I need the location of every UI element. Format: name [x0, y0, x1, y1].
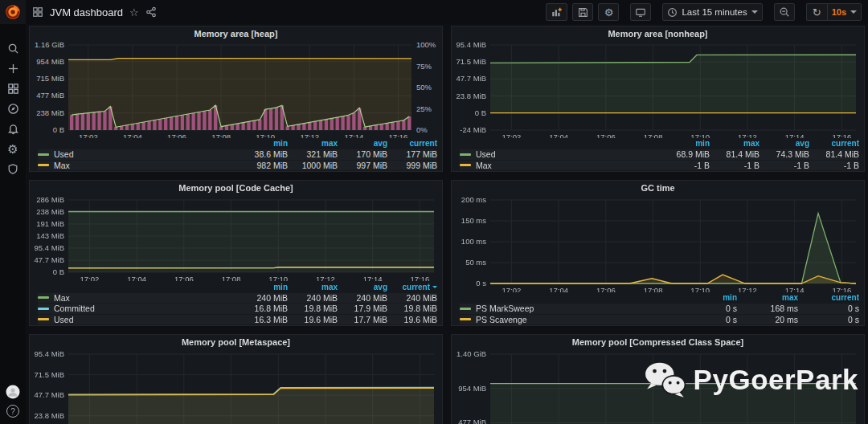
- panel-title[interactable]: GC time: [452, 181, 864, 194]
- nonheap-legend: minmaxavgcurrentUsed68.9 MiB81.4 MiB74.3…: [452, 138, 864, 172]
- svg-text:0%: 0%: [416, 125, 428, 134]
- legend-row: Committed16.8 MiB19.8 MiB17.9 MiB19.8 Mi…: [38, 304, 437, 314]
- legend-column-min[interactable]: min: [676, 293, 737, 302]
- panel-title[interactable]: Memory area [nonheap]: [452, 26, 864, 39]
- legend-value: 19.6 MiB: [387, 315, 437, 324]
- legend-column-avg[interactable]: avg: [338, 139, 387, 148]
- panel-title[interactable]: Memory pool [Code Cache]: [30, 181, 442, 194]
- legend-value: 168 ms: [737, 304, 798, 313]
- legend-series-label[interactable]: Used: [460, 149, 660, 159]
- panel-metaspace: Memory pool [Metaspace] -24 MiB0 B23.8 M…: [29, 334, 443, 424]
- legend-value: 240 MiB: [238, 293, 288, 303]
- legend-value: 240 MiB: [338, 293, 387, 303]
- series-color-swatch: [38, 296, 49, 299]
- legend-value: 19.8 MiB: [288, 304, 338, 313]
- legend-column-avg[interactable]: avg: [338, 283, 387, 292]
- svg-text:17:08: 17:08: [222, 275, 241, 281]
- configuration-gear-icon[interactable]: ⚙: [3, 142, 23, 155]
- svg-text:0 B: 0 B: [53, 125, 64, 134]
- legend-series-label[interactable]: Used: [38, 315, 238, 324]
- zoom-out-icon: [779, 6, 790, 18]
- time-range-picker[interactable]: Last 15 minutes: [662, 3, 762, 21]
- legend-value: 0 s: [798, 304, 859, 313]
- share-icon[interactable]: [145, 6, 157, 18]
- svg-text:715 MiB: 715 MiB: [36, 75, 64, 84]
- svg-text:200 ms: 200 ms: [461, 195, 486, 204]
- svg-text:238 MiB: 238 MiB: [36, 207, 64, 216]
- legend-value: 17.7 MiB: [338, 315, 387, 324]
- legend-value: 20 ms: [737, 315, 798, 324]
- panel-title[interactable]: Memory pool [Compressed Class Space]: [452, 335, 864, 349]
- admin-shield-icon[interactable]: [3, 162, 23, 175]
- help-icon[interactable]: ?: [6, 405, 19, 418]
- explore-compass-icon[interactable]: [3, 102, 23, 115]
- legend-row: Max982 MiB1000 MiB997 MiB999 MiB: [38, 161, 437, 171]
- legend-value: 16.3 MiB: [238, 315, 288, 324]
- legend-column-current[interactable]: current: [798, 293, 859, 302]
- legend-row: Max240 MiB240 MiB240 MiB240 MiB: [38, 293, 437, 304]
- svg-text:17:14: 17:14: [363, 275, 383, 281]
- legend-column-max[interactable]: max: [710, 139, 760, 148]
- nonheap-chart[interactable]: -24 MiB0 B23.8 MiB47.7 MiB71.5 MiB95.4 M…: [452, 39, 864, 137]
- heap-chart[interactable]: 0 B238 MiB477 MiB715 MiB954 MiB1.16 GiB1…: [30, 39, 442, 137]
- legend-value: 997 MiB: [338, 161, 387, 170]
- time-range-label: Last 15 minutes: [682, 7, 747, 17]
- legend-column-min[interactable]: min: [238, 139, 288, 148]
- legend-series-label[interactable]: PS Scavenge: [460, 315, 676, 324]
- save-dashboard-button[interactable]: [572, 3, 593, 21]
- panel-title[interactable]: Memory pool [Metaspace]: [30, 335, 442, 349]
- legend-column-current[interactable]: current: [809, 139, 859, 148]
- create-plus-icon[interactable]: [3, 62, 23, 75]
- legend-series-label[interactable]: Max: [38, 293, 238, 303]
- panel-memory-nonheap: Memory area [nonheap] -24 MiB0 B23.8 MiB…: [451, 26, 865, 172]
- series-color-swatch: [38, 308, 49, 310]
- dashboard-settings-button[interactable]: ⚙: [598, 3, 619, 21]
- dashboard-title[interactable]: JVM dashboard: [50, 6, 123, 18]
- cycle-view-button[interactable]: [630, 3, 651, 21]
- legend-value: -1 B: [660, 161, 710, 170]
- legend-series-label[interactable]: Max: [460, 161, 660, 170]
- legend-column-max[interactable]: max: [288, 283, 338, 292]
- svg-text:17:04: 17:04: [549, 286, 568, 292]
- zoom-out-button[interactable]: [774, 3, 795, 21]
- search-icon[interactable]: [3, 42, 23, 55]
- star-icon[interactable]: ☆: [129, 7, 139, 18]
- svg-text:95.4 MiB: 95.4 MiB: [35, 349, 65, 358]
- legend-column-current[interactable]: current: [387, 283, 437, 292]
- legend-series-label[interactable]: Max: [38, 161, 238, 170]
- legend-series-label[interactable]: Committed: [38, 304, 238, 313]
- panel-title[interactable]: Memory area [heap]: [30, 26, 442, 39]
- svg-text:477 MiB: 477 MiB: [458, 418, 486, 424]
- code-cache-chart[interactable]: 0 B47.7 MiB95.4 MiB143 MiB191 MiB238 MiB…: [30, 194, 442, 281]
- series-color-swatch: [460, 164, 471, 166]
- user-avatar[interactable]: [3, 385, 23, 398]
- refresh-button[interactable]: ↻: [806, 3, 827, 21]
- metaspace-chart[interactable]: -24 MiB0 B23.8 MiB47.7 MiB71.5 MiB95.4 M…: [30, 349, 442, 424]
- svg-text:47.7 MiB: 47.7 MiB: [457, 75, 487, 84]
- legend-value: 982 MiB: [238, 161, 288, 170]
- legend-column-min[interactable]: min: [238, 283, 288, 292]
- watermark: PyGoerPark: [644, 361, 858, 398]
- add-panel-button[interactable]: [546, 3, 567, 21]
- legend-column-max[interactable]: max: [737, 293, 798, 302]
- legend-value: 0 s: [676, 304, 737, 313]
- legend-column-max[interactable]: max: [288, 139, 338, 148]
- gc-time-legend: minmaxcurrentPS MarkSweep0 s168 ms0 sPS …: [452, 292, 864, 326]
- legend-value: -1 B: [809, 161, 859, 170]
- alerting-bell-icon[interactable]: [3, 122, 23, 135]
- legend-column-avg[interactable]: avg: [760, 139, 809, 148]
- legend-series-label[interactable]: Used: [38, 149, 238, 159]
- legend-series-label[interactable]: PS MarkSweep: [460, 304, 676, 313]
- legend-value: 999 MiB: [387, 161, 437, 170]
- grafana-logo[interactable]: [0, 0, 26, 24]
- clock-icon: [667, 7, 678, 18]
- refresh-interval-picker[interactable]: 10s: [827, 3, 862, 21]
- save-icon: [578, 7, 588, 18]
- gc-time-chart[interactable]: 0 s50 ms100 ms150 ms200 ms17:0217:0417:0…: [452, 194, 864, 292]
- legend-column-min[interactable]: min: [660, 139, 710, 148]
- legend-value: 0 s: [676, 315, 737, 324]
- svg-text:238 MiB: 238 MiB: [36, 108, 64, 117]
- legend-column-current[interactable]: current: [387, 139, 437, 148]
- dashboards-grid-icon[interactable]: [3, 82, 23, 95]
- tv-monitor-icon: [635, 7, 646, 18]
